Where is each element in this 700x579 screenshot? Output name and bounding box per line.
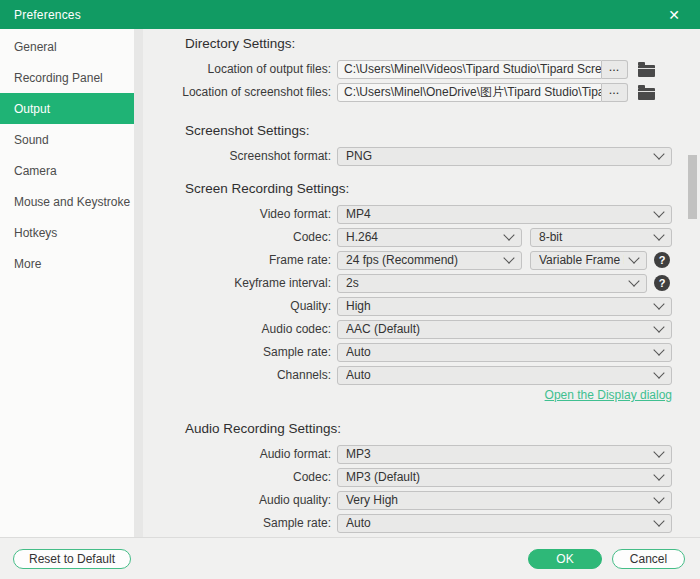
sidebar-item-camera[interactable]: Camera	[0, 155, 134, 186]
select-value: PNG	[346, 149, 649, 163]
field-label: Video format:	[143, 207, 337, 221]
sidebar-item-label: Hotkeys	[14, 226, 57, 240]
chevron-down-icon	[653, 515, 664, 526]
audio-quality-select[interactable]: Very High	[337, 491, 672, 510]
sidebar-item-general[interactable]: General	[0, 31, 134, 62]
sidebar-item-output[interactable]: Output	[0, 93, 134, 124]
select-value: MP3 (Default)	[346, 470, 649, 484]
audio-recording-codec-select[interactable]: MP3 (Default)	[337, 468, 672, 487]
chevron-down-icon	[653, 229, 664, 240]
output-files-open-folder-button[interactable]	[638, 61, 655, 77]
chevron-down-icon	[653, 148, 664, 159]
audio-codec-select[interactable]: AAC (Default)	[337, 320, 672, 339]
sidebar-item-label: Recording Panel	[14, 71, 103, 85]
field-label: Screenshot format:	[143, 149, 337, 163]
select-value: MP3	[346, 447, 649, 461]
chevron-down-icon	[653, 367, 664, 378]
row-sample-rate: Sample rate: Auto	[143, 342, 700, 362]
field-label: Sample rate:	[143, 345, 337, 359]
sidebar-item-sound[interactable]: Sound	[0, 124, 134, 155]
row-channels: Channels: Auto	[143, 365, 700, 385]
directory-settings-heading: Directory Settings:	[185, 35, 700, 53]
chevron-down-icon	[653, 344, 664, 355]
select-value: 24 fps (Recommend)	[346, 253, 499, 267]
sidebar-item-hotkeys[interactable]: Hotkeys	[0, 217, 134, 248]
select-value: Auto	[346, 345, 649, 359]
output-settings-panel: Directory Settings: Location of output f…	[143, 29, 700, 537]
screenshot-files-browse-button[interactable]: ...	[602, 83, 628, 102]
field-label: Audio format:	[143, 447, 337, 461]
output-files-path-field[interactable]: C:\Users\Minel\Videos\Tipard Studio\Tipa…	[337, 60, 602, 79]
field-label: Quality:	[143, 299, 337, 313]
video-codec-select[interactable]: H.264	[337, 228, 522, 247]
row-output-files: Location of output files: C:\Users\Minel…	[143, 59, 700, 79]
sidebar-item-more[interactable]: More	[0, 248, 134, 279]
chevron-down-icon	[503, 252, 514, 263]
keyframe-interval-select[interactable]: 2s	[337, 274, 647, 293]
frame-rate-select[interactable]: 24 fps (Recommend)	[337, 251, 522, 270]
sidebar-item-label: More	[14, 257, 41, 271]
field-label: Sample rate:	[143, 516, 337, 530]
output-files-browse-button[interactable]: ...	[602, 60, 628, 79]
chevron-down-icon	[653, 321, 664, 332]
field-label: Keyframe interval:	[143, 276, 337, 290]
select-value: H.264	[346, 230, 499, 244]
select-value: 8-bit	[539, 230, 649, 244]
row-keyframe-interval: Keyframe interval: 2s ?	[143, 273, 700, 293]
audio-recording-settings-heading: Audio Recording Settings:	[185, 420, 700, 438]
row-audio-quality: Audio quality: Very High	[143, 490, 700, 510]
quality-select[interactable]: High	[337, 297, 672, 316]
row-codec: Codec: H.264 8-bit	[143, 227, 700, 247]
row-audio-sample-rate: Sample rate: Auto	[143, 513, 700, 533]
sidebar-item-label: Output	[14, 102, 50, 116]
audio-sample-rate-select[interactable]: Auto	[337, 514, 672, 533]
select-value: High	[346, 299, 649, 313]
reset-to-default-button[interactable]: Reset to Default	[13, 549, 131, 569]
row-screenshot-format: Screenshot format: PNG	[143, 146, 700, 166]
sidebar-item-recording-panel[interactable]: Recording Panel	[0, 62, 134, 93]
help-icon[interactable]: ?	[654, 275, 670, 291]
dialog-title: Preferences	[14, 8, 81, 22]
path-text: C:\Users\Minel\OneDrive\图片\Tipard Studio…	[344, 84, 602, 101]
open-display-dialog-link[interactable]: Open the Display dialog	[545, 388, 672, 406]
screen-recording-settings-heading: Screen Recording Settings:	[185, 180, 700, 198]
sample-rate-select[interactable]: Auto	[337, 343, 672, 362]
chevron-down-icon	[653, 206, 664, 217]
sidebar-item-label: General	[14, 40, 57, 54]
close-button[interactable]: ✕	[668, 8, 680, 22]
channels-select[interactable]: Auto	[337, 366, 672, 385]
chevron-down-icon	[653, 469, 664, 480]
field-label: Frame rate:	[143, 253, 337, 267]
row-video-format: Video format: MP4	[143, 204, 700, 224]
chevron-down-icon	[628, 275, 639, 286]
sidebar-item-mouse-keystroke[interactable]: Mouse and Keystroke	[0, 186, 134, 217]
scrollbar-thumb[interactable]	[688, 155, 697, 219]
help-icon[interactable]: ?	[654, 252, 670, 268]
row-screenshot-files: Location of screenshot files: C:\Users\M…	[143, 82, 700, 102]
row-audio-format: Audio format: MP3	[143, 444, 700, 464]
frame-rate-mode-select[interactable]: Variable Frame Rate	[530, 251, 647, 270]
select-value: Very High	[346, 493, 649, 507]
screenshot-files-open-folder-button[interactable]	[638, 84, 655, 100]
select-value: AAC (Default)	[346, 322, 649, 336]
chevron-down-icon	[653, 492, 664, 503]
screenshot-settings-heading: Screenshot Settings:	[185, 122, 700, 140]
screenshot-files-path-field[interactable]: C:\Users\Minel\OneDrive\图片\Tipard Studio…	[337, 83, 602, 102]
select-value: Auto	[346, 516, 649, 530]
field-label: Location of output files:	[143, 62, 337, 76]
sidebar-item-label: Sound	[14, 133, 49, 147]
audio-format-select[interactable]: MP3	[337, 445, 672, 464]
path-text: C:\Users\Minel\Videos\Tipard Studio\Tipa…	[344, 62, 602, 76]
field-label: Channels:	[143, 368, 337, 382]
screenshot-format-select[interactable]: PNG	[337, 147, 672, 166]
ok-button[interactable]: OK	[528, 549, 602, 569]
video-format-select[interactable]: MP4	[337, 205, 672, 224]
ellipsis-icon: ...	[609, 86, 620, 96]
row-quality: Quality: High	[143, 296, 700, 316]
ellipsis-icon: ...	[609, 63, 620, 73]
select-value: Variable Frame Rate	[539, 253, 624, 267]
folder-icon	[638, 65, 655, 77]
cancel-button[interactable]: Cancel	[612, 549, 685, 569]
field-label: Codec:	[143, 470, 337, 484]
bit-depth-select[interactable]: 8-bit	[530, 228, 672, 247]
